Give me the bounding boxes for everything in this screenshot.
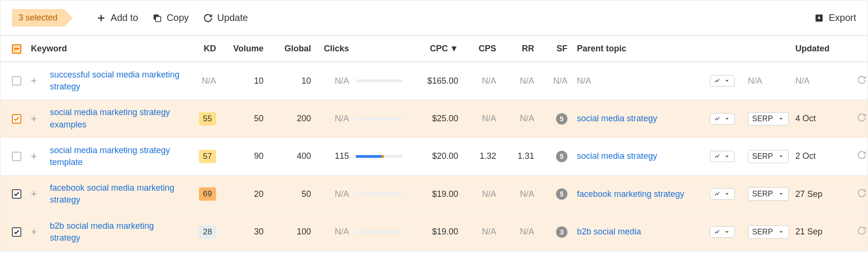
serp-button[interactable]: SERP [748,187,789,201]
keyword-link[interactable]: facebook social media marketing strategy [50,183,174,204]
download-icon [814,13,824,23]
add-to-button[interactable]: Add to [96,12,138,23]
clicks-bar [356,193,403,195]
serp-button[interactable]: SERP [748,150,789,163]
parent-topic-link[interactable]: facebook marketing strategy [577,189,684,199]
clicks-value: N/A [311,76,349,86]
export-button[interactable]: Export [814,12,856,23]
clicks-value: N/A [311,189,349,199]
clicks-bar [356,117,403,120]
serp-value: N/A [748,76,762,86]
keyword-link[interactable]: successful social media marketing strate… [50,70,179,91]
kd-value: 55 [199,112,216,126]
cpc-value: $25.00 [406,114,458,124]
expand-icon[interactable]: + [31,75,37,87]
trend-button[interactable] [710,75,735,87]
volume-value: 30 [216,227,264,237]
parent-topic-value: N/A [577,76,591,86]
kd-value: 57 [199,150,216,163]
row-checkbox[interactable] [12,152,21,161]
keyword-link[interactable]: social media marketing strategy template [50,146,170,167]
parent-topic-link[interactable]: social media strategy [577,114,657,123]
global-value: 400 [264,151,311,161]
table-row: +social media marketing strategy example… [0,100,868,137]
select-all-checkbox[interactable] [12,44,21,54]
sf-value: 3 [534,226,567,238]
keyword-link[interactable]: b2b social media marketing strategy [50,221,154,243]
table-row: +b2b social media marketing strategy2830… [0,214,868,251]
updated-value: 2 Oct [795,151,848,161]
cpc-value: $20.00 [406,151,458,161]
selected-badge[interactable]: 3 selected [12,9,64,27]
clicks-bar [356,231,403,233]
col-rr[interactable]: RR [496,44,534,54]
col-updated[interactable]: Updated [795,44,848,54]
cpc-value: $165.00 [406,76,458,86]
refresh-row-button[interactable] [857,190,867,200]
col-clicks[interactable]: Clicks [311,44,349,54]
updated-value: 27 Sep [795,189,848,199]
row-checkbox[interactable] [12,76,21,86]
update-label: Update [217,12,248,23]
rr-value: 1.31 [496,151,534,161]
copy-label: Copy [167,12,189,23]
kd-value: N/A [202,76,216,86]
toolbar: 3 selected Add to Copy Update Export [0,0,868,36]
trend-button[interactable] [710,226,735,238]
copy-button[interactable]: Copy [152,12,189,23]
expand-icon[interactable]: + [31,188,37,200]
col-sf[interactable]: SF [534,44,567,54]
cps-value: N/A [458,76,496,86]
clicks-value: N/A [311,227,349,237]
col-kd[interactable]: KD [183,44,216,54]
sf-value: 5 [534,113,567,125]
refresh-row-button[interactable] [857,228,867,237]
row-checkbox[interactable] [12,227,21,237]
global-value: 50 [264,189,311,199]
volume-value: 50 [216,114,264,124]
sf-value: N/A [534,76,567,86]
parent-topic-link[interactable]: social media strategy [577,151,657,161]
plus-icon [96,13,106,23]
expand-icon[interactable]: + [31,113,37,125]
refresh-row-button[interactable] [857,77,867,87]
col-global[interactable]: Global [264,44,311,54]
global-value: 100 [264,227,311,237]
clicks-bar [356,79,403,82]
update-button[interactable]: Update [203,12,248,23]
expand-icon[interactable]: + [31,226,37,238]
kd-value: 28 [199,225,216,239]
cps-value: N/A [458,227,496,237]
col-parent[interactable]: Parent topic [567,44,710,54]
clicks-value: N/A [311,114,349,124]
clicks-bar [356,155,403,158]
col-cps[interactable]: CPS [458,44,496,54]
table-header: Keyword KD Volume Global Clicks CPC▼ CPS… [0,36,868,62]
col-cpc[interactable]: CPC▼ [406,44,458,54]
serp-button[interactable]: SERP [748,112,789,126]
sf-value: 5 [534,151,567,162]
refresh-icon [203,13,213,23]
col-keyword[interactable]: Keyword [31,44,183,54]
updated-value: 21 Sep [795,227,848,237]
row-checkbox[interactable] [12,189,21,199]
parent-topic-link[interactable]: b2b social media [577,227,641,236]
copy-icon [152,13,162,23]
refresh-row-button[interactable] [857,115,867,124]
trend-button[interactable] [710,151,735,162]
row-checkbox[interactable] [12,114,21,124]
trend-button[interactable] [710,188,735,200]
kd-value: 69 [199,187,216,201]
col-volume[interactable]: Volume [216,44,264,54]
global-value: 200 [264,114,311,124]
cps-value: N/A [458,189,496,199]
keyword-link[interactable]: social media marketing strategy examples [50,107,170,129]
serp-button[interactable]: SERP [748,225,789,239]
global-value: 10 [264,76,311,86]
trend-button[interactable] [710,113,735,125]
rr-value: N/A [496,227,534,237]
volume-value: 20 [216,189,264,199]
refresh-row-button[interactable] [857,152,867,162]
expand-icon[interactable]: + [31,150,37,162]
cpc-value: $19.00 [406,189,458,199]
